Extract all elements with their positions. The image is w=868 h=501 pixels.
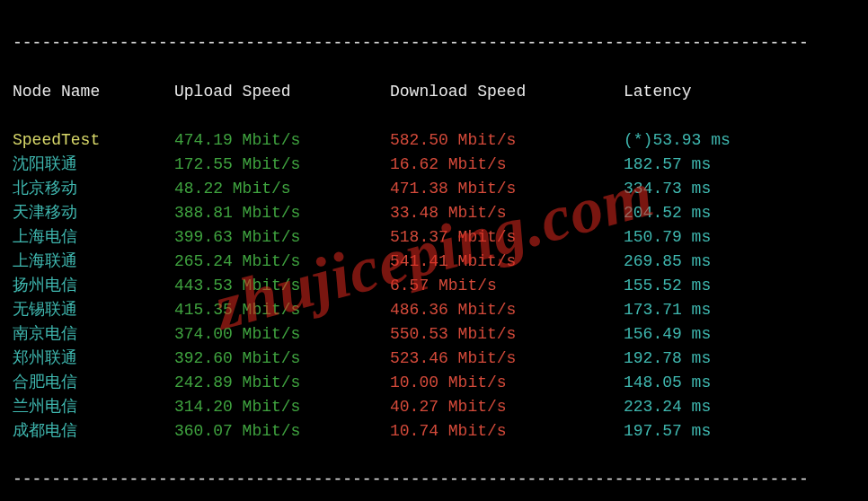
latency: 148.05 ms <box>624 371 803 395</box>
header-upload: Upload Speed <box>174 80 390 104</box>
download-speed: 40.27 Mbit/s <box>390 395 624 419</box>
upload-speed: 374.00 Mbit/s <box>174 322 390 347</box>
latency: 173.71 ms <box>624 298 803 322</box>
node-name: 上海电信 <box>13 225 174 250</box>
node-name: 成都电信 <box>13 419 174 444</box>
latency: 223.24 ms <box>624 395 803 419</box>
node-name: 南京电信 <box>13 322 174 347</box>
latency: 156.49 ms <box>624 322 803 347</box>
download-speed: 486.36 Mbit/s <box>390 298 624 322</box>
table-row: 上海电信399.63 Mbit/s518.37 Mbit/s150.79 ms <box>13 225 855 250</box>
table-row: 合肥电信242.89 Mbit/s10.00 Mbit/s148.05 ms <box>13 371 855 395</box>
header-latency: Latency <box>624 80 803 104</box>
table-header-row: Node NameUpload SpeedDownload SpeedLaten… <box>13 80 855 104</box>
download-speed: 10.74 Mbit/s <box>390 419 624 444</box>
upload-speed: 415.35 Mbit/s <box>174 298 390 322</box>
node-name: 合肥电信 <box>13 371 174 395</box>
upload-speed: 474.19 Mbit/s <box>174 128 390 153</box>
table-row: 郑州联通392.60 Mbit/s523.46 Mbit/s192.78 ms <box>13 347 855 371</box>
upload-speed: 388.81 Mbit/s <box>174 201 390 225</box>
latency: 197.57 ms <box>624 419 803 444</box>
node-name: 天津移动 <box>13 201 174 225</box>
upload-speed: 392.60 Mbit/s <box>174 347 390 371</box>
table-row: 无锡联通415.35 Mbit/s486.36 Mbit/s173.71 ms <box>13 298 855 322</box>
download-speed: 541.41 Mbit/s <box>390 250 624 274</box>
download-speed: 471.38 Mbit/s <box>390 177 624 201</box>
download-speed: 10.00 Mbit/s <box>390 371 624 395</box>
table-row: 天津移动388.81 Mbit/s33.48 Mbit/s204.52 ms <box>13 201 855 225</box>
upload-speed: 48.22 Mbit/s <box>174 177 390 201</box>
table-row: 成都电信360.07 Mbit/s10.74 Mbit/s197.57 ms <box>13 419 855 444</box>
divider-mid: ----------------------------------------… <box>13 468 855 492</box>
node-name: 郑州联通 <box>13 347 174 371</box>
download-speed: 16.62 Mbit/s <box>390 153 624 177</box>
table-row: 兰州电信314.20 Mbit/s40.27 Mbit/s223.24 ms <box>13 395 855 419</box>
download-speed: 523.46 Mbit/s <box>390 347 624 371</box>
terminal-output: ----------------------------------------… <box>0 0 868 501</box>
table-row: SpeedTest474.19 Mbit/s582.50 Mbit/s(*)53… <box>13 128 855 153</box>
node-name: 扬州电信 <box>13 274 174 298</box>
download-speed: 582.50 Mbit/s <box>390 128 624 153</box>
download-speed: 6.57 Mbit/s <box>390 274 624 298</box>
download-speed: 33.48 Mbit/s <box>390 201 624 225</box>
header-download: Download Speed <box>390 80 624 104</box>
latency: (*)53.93 ms <box>624 128 803 153</box>
node-name: 北京移动 <box>13 177 174 201</box>
upload-speed: 360.07 Mbit/s <box>174 419 390 444</box>
upload-speed: 443.53 Mbit/s <box>174 274 390 298</box>
latency: 334.73 ms <box>624 177 803 201</box>
upload-speed: 399.63 Mbit/s <box>174 225 390 250</box>
header-node: Node Name <box>13 80 174 104</box>
upload-speed: 172.55 Mbit/s <box>174 153 390 177</box>
node-name: 沈阳联通 <box>13 153 174 177</box>
latency: 155.52 ms <box>624 274 803 298</box>
node-name: SpeedTest <box>13 128 174 153</box>
upload-speed: 265.24 Mbit/s <box>174 250 390 274</box>
node-name: 兰州电信 <box>13 395 174 419</box>
node-name: 无锡联通 <box>13 298 174 322</box>
latency: 204.52 ms <box>624 201 803 225</box>
latency: 192.78 ms <box>624 347 803 371</box>
table-row: 南京电信374.00 Mbit/s550.53 Mbit/s156.49 ms <box>13 322 855 347</box>
download-speed: 550.53 Mbit/s <box>390 322 624 347</box>
upload-speed: 242.89 Mbit/s <box>174 371 390 395</box>
table-row: 上海联通265.24 Mbit/s541.41 Mbit/s269.85 ms <box>13 250 855 274</box>
download-speed: 518.37 Mbit/s <box>390 225 624 250</box>
table-row: 沈阳联通172.55 Mbit/s16.62 Mbit/s182.57 ms <box>13 153 855 177</box>
latency: 150.79 ms <box>624 225 803 250</box>
table-row: 北京移动48.22 Mbit/s471.38 Mbit/s334.73 ms <box>13 177 855 201</box>
latency: 269.85 ms <box>624 250 803 274</box>
table-row: 扬州电信443.53 Mbit/s6.57 Mbit/s155.52 ms <box>13 274 855 298</box>
divider-top: ----------------------------------------… <box>13 31 855 56</box>
node-name: 上海联通 <box>13 250 174 274</box>
latency: 182.57 ms <box>624 153 803 177</box>
upload-speed: 314.20 Mbit/s <box>174 395 390 419</box>
